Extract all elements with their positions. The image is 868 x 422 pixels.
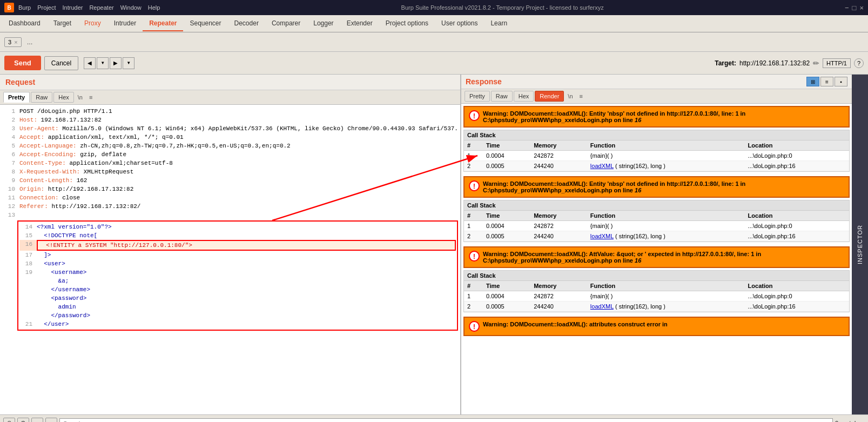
forward-bottom-icon[interactable]: → xyxy=(45,418,57,423)
request-line-1: 1 POST /doLogin.php HTTP/1.1 xyxy=(2,107,458,116)
request-tab-hex[interactable]: Hex xyxy=(53,92,74,103)
menu-window[interactable]: Window xyxy=(120,4,142,11)
table-row: 1 0.0004 242872 {main}( ) ...\doLogin.ph… xyxy=(464,221,849,231)
request-line-6: 6 Accept-Encoding: gzip, deflate xyxy=(2,150,458,159)
request-content: 1 POST /doLogin.php HTTP/1.1 2 Host: 192… xyxy=(0,105,460,414)
request-line-14: 14 <?xml version="1.0"?> xyxy=(19,223,456,231)
window-controls: − □ × xyxy=(845,4,864,12)
nav-forward-down-button[interactable]: ▼ xyxy=(123,57,134,69)
help-bottom-icon[interactable]: ? xyxy=(3,418,15,423)
help-icon[interactable]: ? xyxy=(854,58,864,68)
title-bar-menu: Burp Project Intruder Repeater Window He… xyxy=(18,4,160,11)
action-bar: Send Cancel ◀ ▼ ▶ ▼ Target: http://192.1… xyxy=(0,52,868,75)
nav-forward-button[interactable]: ▶ xyxy=(110,57,122,69)
col-function: Function xyxy=(587,281,745,291)
tab-intruder[interactable]: Intruder xyxy=(107,16,143,31)
cancel-button[interactable]: Cancel xyxy=(44,56,78,70)
call-stack-table-3: # Time Memory Function Location 1 0.0004… xyxy=(464,281,849,312)
tab-user-options[interactable]: User options xyxy=(435,16,484,31)
tab-comparer[interactable]: Comparer xyxy=(265,16,307,31)
table-row: 1 0.0004 242872 {main}( ) ...\doLogin.ph… xyxy=(464,291,849,302)
request-line-18: 18 <user> xyxy=(19,259,456,268)
menu-intruder[interactable]: Intruder xyxy=(63,4,83,11)
col-num: # xyxy=(464,140,483,151)
edit-target-icon[interactable]: ✏ xyxy=(813,59,819,68)
warning-box-2: ! Warning: DOMDocument::loadXML(): Entit… xyxy=(463,176,850,198)
search-input[interactable] xyxy=(59,418,833,423)
maximize-button[interactable]: □ xyxy=(852,4,857,12)
back-bottom-icon[interactable]: ← xyxy=(31,418,43,423)
request-tab-raw[interactable]: Raw xyxy=(31,92,52,103)
warning-box-1: ! Warning: DOMDocument::loadXML(): Entit… xyxy=(463,106,850,128)
window-title: Burp Suite Professional v2021.8.2 - Temp… xyxy=(401,4,604,11)
table-row: 2 0.0005 244240 loadXML ( string(162), l… xyxy=(464,302,849,312)
title-bar-left: B Burp Project Intruder Repeater Window … xyxy=(4,3,160,12)
send-button[interactable]: Send xyxy=(4,56,41,70)
nav-back-button[interactable]: ◀ xyxy=(84,57,96,69)
view-buttons: ⊞ ≡ ▪ xyxy=(806,77,847,86)
inspector-sidebar[interactable]: INSPECTOR xyxy=(852,75,868,414)
menu-help[interactable]: Help xyxy=(148,4,160,11)
close-button[interactable]: × xyxy=(859,4,864,12)
response-tab-render[interactable]: Render xyxy=(535,91,564,102)
col-time: Time xyxy=(483,211,530,221)
col-location: Location xyxy=(745,211,849,221)
response-content: ! Warning: DOMDocument::loadXML(): Entit… xyxy=(461,104,852,414)
response-title: Response xyxy=(466,77,502,86)
response-tab-hex[interactable]: Hex xyxy=(514,91,534,102)
response-tab-pretty[interactable]: Pretty xyxy=(465,91,490,102)
view-btn-grid[interactable]: ⊞ xyxy=(806,77,819,86)
tab-learn[interactable]: Learn xyxy=(484,16,514,31)
matches-text: 0 matches xyxy=(835,420,865,423)
table-row: 1 0.0004 242872 {main}( ) ...\doLogin.ph… xyxy=(464,151,849,161)
response-tab-raw[interactable]: Raw xyxy=(491,91,513,102)
tab-project-options[interactable]: Project options xyxy=(379,16,435,31)
request-line-19: 19 <username> &a; </username> <password>… xyxy=(19,268,456,320)
request-line-21: 21 </user> xyxy=(19,320,456,329)
response-tab-newline[interactable]: \n xyxy=(565,91,575,101)
view-btn-lines[interactable]: ≡ xyxy=(820,77,833,86)
loadxml-link-2[interactable]: loadXML xyxy=(590,233,614,239)
request-line-17: 17 ]> xyxy=(19,251,456,259)
target-label: Target: xyxy=(715,59,736,67)
request-line-13: 13 xyxy=(2,211,458,219)
nav-back-down-button[interactable]: ▼ xyxy=(97,57,109,69)
request-tab-newline[interactable]: \n xyxy=(75,92,85,102)
loadxml-link-3[interactable]: loadXML xyxy=(590,303,614,310)
request-tab-pretty[interactable]: Pretty xyxy=(3,92,30,103)
call-stack-header-2: Call Stack xyxy=(464,200,849,211)
col-time: Time xyxy=(483,140,530,151)
loadxml-link-1[interactable]: loadXML xyxy=(590,163,614,169)
request-line-5: 5 Accept-Language: zh-CN,zh;q=0.8,zh-TW;… xyxy=(2,142,458,150)
request-tab-menu[interactable]: ≡ xyxy=(86,92,95,102)
tab-more[interactable]: ... xyxy=(24,37,36,47)
menu-burp[interactable]: Burp xyxy=(18,4,31,11)
tab-number[interactable]: 3 × xyxy=(4,37,22,47)
view-btn-block[interactable]: ▪ xyxy=(835,77,847,86)
tab-target[interactable]: Target xyxy=(47,16,78,31)
request-line-4: 4 Accept: application/xml, text/xml, */*… xyxy=(2,133,458,142)
tab-repeater[interactable]: Repeater xyxy=(143,16,183,31)
menu-repeater[interactable]: Repeater xyxy=(89,4,113,11)
minimize-button[interactable]: − xyxy=(845,4,849,12)
target-url: http://192.168.17.132:82 xyxy=(739,59,810,67)
tab-proxy[interactable]: Proxy xyxy=(78,16,107,31)
menu-project[interactable]: Project xyxy=(37,4,56,11)
tab-extender[interactable]: Extender xyxy=(340,16,379,31)
http-version-badge[interactable]: HTTP/1 xyxy=(823,58,851,68)
call-stack-table-2: # Time Memory Function Location 1 0.0004… xyxy=(464,211,849,242)
tab-dashboard[interactable]: Dashboard xyxy=(2,16,47,31)
col-function: Function xyxy=(587,211,745,221)
settings-bottom-icon[interactable]: ⚙ xyxy=(17,418,29,423)
title-bar: B Burp Project Intruder Repeater Window … xyxy=(0,0,868,15)
request-line-2: 2 Host: 192.168.17.132:82 xyxy=(2,116,458,124)
col-location: Location xyxy=(745,281,849,291)
warning-icon-1: ! xyxy=(469,110,480,121)
tab-decoder[interactable]: Decoder xyxy=(228,16,265,31)
response-tab-menu[interactable]: ≡ xyxy=(577,91,586,101)
tab-logger[interactable]: Logger xyxy=(307,16,340,31)
request-line-9: 9 Content-Length: 162 xyxy=(2,176,458,185)
col-time: Time xyxy=(483,281,530,291)
call-stack-table-1: # Time Memory Function Location 1 0.0004… xyxy=(464,140,849,171)
tab-sequencer[interactable]: Sequencer xyxy=(183,16,227,31)
